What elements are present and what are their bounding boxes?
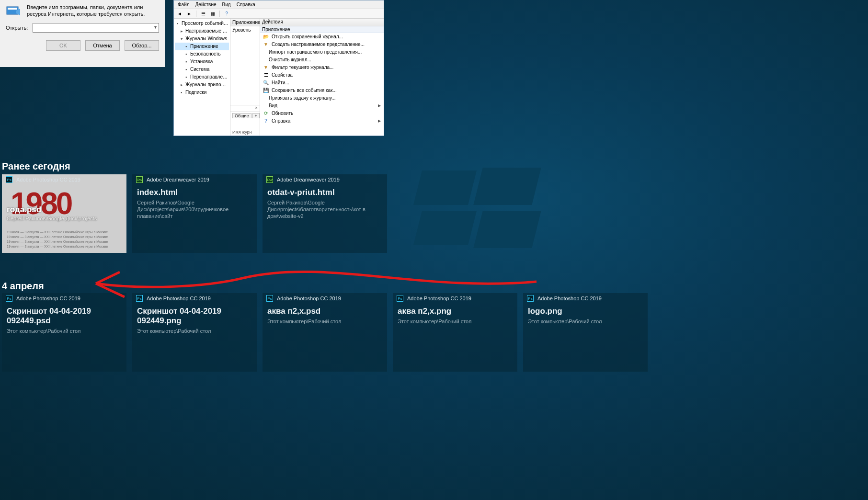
timeline-card[interactable]: PsAdobe Photoshop CC 2019 Скриншот 04-04… [132,293,257,372]
card-title: Скриншот 04-04-2019 092449.png [137,307,252,326]
timeline-card[interactable]: PsAdobe Photoshop CC 2019 аква п2,x.png … [393,293,517,372]
card-app: Adobe Photoshop CC 2019 [537,295,602,301]
card-path: Этот компьютер\Рабочий стол [137,328,252,334]
tree-forwarded[interactable]: ▪Перенаправленные события [175,73,229,81]
timeline-card[interactable]: PsAdobe Photoshop CC 2019 аква п2,x.psd … [263,293,387,372]
card-app: Adobe Photoshop CC 2019 [16,177,80,182]
photoshop-badge-icon: Ps [6,176,12,183]
menu-action[interactable]: Действие [195,2,217,7]
tree-windows-logs[interactable]: ▾Журналы Windows [175,35,229,43]
center-log-name: Имя журн [232,130,258,135]
card-path: Сергей Ракипов\Google Диск\projects\благ… [267,199,382,219]
thumb-text: 19 июля — 3 августа — XXII летние Олимпи… [7,230,122,249]
run-ok-button[interactable]: OK [46,40,80,51]
action-attach-task[interactable]: Привязать задачу к журналу... [260,94,384,102]
find-icon: 🔍 [263,80,269,86]
card-app: Adobe Dreamweaver 2019 [147,177,209,182]
card-path: Этот компьютер\Рабочий стол [528,318,643,325]
card-path: Сергей Ракипов\Google Диск\projects [7,216,97,221]
action-refresh[interactable]: ⟳Обновить [260,110,384,117]
event-viewer-tree[interactable]: ▪Просмотр событий (Локальный) ▸Настраива… [174,19,230,136]
tree-setup[interactable]: ▪Установка [175,58,229,66]
svg-rect-1 [8,8,17,10]
center-close-icon[interactable]: × [230,105,260,112]
help-icon: ? [263,118,269,125]
action-find[interactable]: 🔍Найти... [260,79,384,87]
run-open-input[interactable] [33,23,159,33]
menu-help[interactable]: Справка [237,2,255,7]
card-title: logo.png [528,307,643,316]
section-april4: 4 апреля [2,281,44,292]
actions-header: Действия [260,19,384,26]
card-title: аква п2,x.png [398,307,513,316]
menu-file[interactable]: Файл [178,2,190,7]
run-browse-button[interactable]: Обзор... [125,40,159,51]
card-path: Сергей Ракипов\Google Диск\projects\архи… [137,199,252,219]
timeline-card[interactable]: PsAdobe Photoshop CC 2019 logo.png Этот … [523,293,648,372]
action-create-view[interactable]: ▼Создать настраиваемое представление... [260,41,384,48]
actions-section: Приложение [260,26,384,33]
toolbar-help-icon[interactable]: ? [223,10,230,18]
timeline-card[interactable]: PsAdobe Photoshop CC 2019 1980 года.psd … [2,174,126,253]
tree-custom-views[interactable]: ▸Настраиваемые представления [175,27,229,35]
event-viewer-actions: Действия Приложение 📂Открыть сохраненный… [260,19,384,136]
tree-root[interactable]: ▪Просмотр событий (Локальный) [175,20,229,27]
photoshop-badge-icon: Ps [266,295,273,302]
tree-application[interactable]: ▪Приложение [175,43,229,50]
action-help[interactable]: ?Справка▶ [260,117,384,125]
event-viewer-menu: Файл Действие Вид Справка [174,0,384,9]
card-app: Adobe Photoshop CC 2019 [16,295,80,301]
toolbar-icon[interactable]: ▦ [209,10,217,18]
action-filter[interactable]: ▼Фильтр текущего журнала... [260,64,384,71]
dreamweaver-badge-icon: Dw [266,176,273,183]
menu-view[interactable]: Вид [222,2,231,7]
folder-open-icon: 📂 [263,34,269,40]
photoshop-badge-icon: Ps [136,295,143,302]
properties-icon: ☰ [263,72,269,79]
photoshop-badge-icon: Ps [527,295,534,302]
timeline-card[interactable]: PsAdobe Photoshop CC 2019 Скриншот 04-04… [2,293,126,372]
card-path: Этот компьютер\Рабочий стол [398,318,513,325]
card-app: Adobe Photoshop CC 2019 [147,295,211,301]
action-save-all[interactable]: 💾Сохранить все события как... [260,87,384,94]
run-prompt: Введите имя программы, папки, документа … [27,4,159,17]
card-title: года.psd [7,205,41,215]
run-open-label: Открыть: [6,25,28,31]
card-title: otdat-v-priut.html [267,188,382,197]
center-header: Приложение [232,20,261,25]
action-clear-log[interactable]: Очистить журнал... [260,56,384,64]
timeline-card[interactable]: DwAdobe Dreamweaver 2019 index.html Серг… [132,174,257,253]
card-title: аква п2,x.psd [267,307,382,316]
timeline-card[interactable]: DwAdobe Dreamweaver 2019 otdat-v-priut.h… [263,174,387,253]
nav-fwd-icon[interactable]: ► [185,10,193,18]
card-app: Adobe Photoshop CC 2019 [407,295,471,301]
center-tab-plus[interactable]: + [252,113,260,118]
center-tab-general[interactable]: Общие [232,113,251,118]
save-icon: 💾 [263,87,269,94]
dreamweaver-badge-icon: Dw [136,176,143,183]
tree-system[interactable]: ▪Система [175,66,229,73]
card-path: Этот компьютер\Рабочий стол [267,318,382,325]
card-title: Скриншот 04-04-2019 092449.psd [7,307,122,326]
filter-icon: ▼ [263,41,269,48]
tree-apps-services[interactable]: ▸Журналы приложений и служб [175,81,229,89]
nav-back-icon[interactable]: ◄ [176,10,183,18]
card-app: Adobe Dreamweaver 2019 [277,177,340,182]
action-import-view[interactable]: Импорт настраиваемого представления... [260,48,384,56]
center-column-level: Уровень [230,26,260,105]
event-viewer-toolbar: ◄ ► ☰ ▦ ? [174,9,384,19]
action-open-saved[interactable]: 📂Открыть сохраненный журнал... [260,33,384,41]
card-app: Adobe Photoshop CC 2019 [277,295,341,301]
toolbar-icon[interactable]: ☰ [199,10,207,18]
tree-subscriptions[interactable]: ▪Подписки [175,89,229,96]
tree-security[interactable]: ▪Безопасность [175,50,229,58]
card-title: index.html [137,188,252,197]
action-view[interactable]: Вид▶ [260,102,384,110]
event-viewer-center: Приложение▬ Уровень × Общие + Имя журн [230,19,260,136]
action-properties[interactable]: ☰Свойства [260,71,384,79]
refresh-icon: ⟳ [263,110,269,117]
run-cancel-button[interactable]: Отмена [85,40,120,51]
event-viewer-window: Файл Действие Вид Справка ◄ ► ☰ ▦ ? ▪Про… [173,0,384,136]
windows-logo [418,168,542,249]
run-dialog: Введите имя программы, папки, документа … [0,0,165,67]
